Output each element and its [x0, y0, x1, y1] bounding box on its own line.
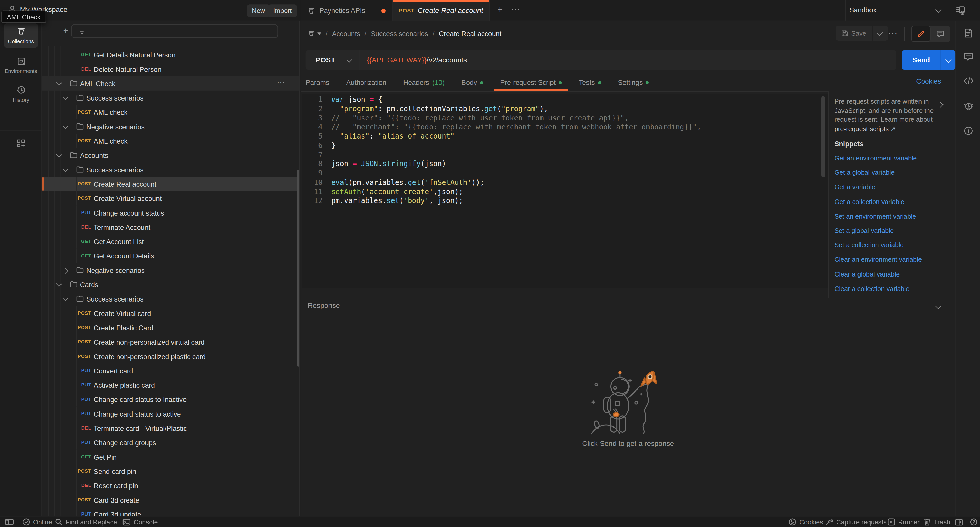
tree-request[interactable]: PUTChange card status to active — [42, 406, 300, 421]
import-button[interactable]: Import — [268, 4, 297, 17]
search-input[interactable] — [71, 24, 278, 38]
tree-request[interactable]: PUTCard 3d update — [42, 507, 300, 516]
chevron-down-icon[interactable] — [55, 281, 70, 287]
request-tab-headers[interactable]: Headers(10) — [403, 79, 445, 86]
snippet-link[interactable]: Set a global variable — [834, 224, 947, 238]
tree-folder[interactable]: Success scenarios — [42, 292, 300, 306]
chevron-down-icon[interactable] — [61, 123, 76, 129]
method-selector[interactable]: POST — [306, 50, 360, 70]
editor-scrollbar[interactable] — [821, 96, 825, 177]
toggle-sidebar-button[interactable] — [5, 516, 14, 527]
snippet-link[interactable]: Get a collection variable — [834, 195, 947, 209]
chevron-down-icon[interactable] — [61, 95, 76, 101]
code-icon[interactable] — [964, 77, 974, 85]
tab-options-button[interactable] — [511, 6, 520, 15]
prerequest-scripts-link[interactable]: pre-request scripts — [834, 125, 896, 132]
tree-request[interactable]: POSTAML check — [42, 134, 300, 148]
console-button[interactable]: Console — [123, 516, 158, 527]
breadcrumb-item[interactable]: Accounts — [326, 30, 360, 37]
find-and-replace-button[interactable]: Find and Replace — [55, 516, 117, 527]
snippet-link[interactable]: Set an environment variable — [834, 209, 947, 224]
tree-folder[interactable]: Negative scenarios — [42, 263, 300, 277]
tree-request[interactable]: PUTConvert card — [42, 364, 300, 378]
chevron-down-icon[interactable] — [55, 80, 70, 86]
cookies-button[interactable]: Cookies — [789, 516, 823, 527]
tree-request[interactable]: PUTChange card status to Inactive — [42, 392, 300, 406]
request-tab-body[interactable]: Body — [461, 79, 484, 86]
snippet-link[interactable]: Clear a collection variable — [834, 281, 947, 296]
cookies-link[interactable]: Cookies — [916, 78, 941, 85]
tree-request[interactable]: POSTCreate Real account — [42, 177, 300, 191]
chevron-down-icon[interactable] — [55, 152, 70, 158]
tree-request[interactable]: PUTChange card groups — [42, 435, 300, 449]
tree-request[interactable]: DELTerminate Account — [42, 220, 300, 234]
request-tab-tests[interactable]: Tests — [579, 79, 601, 86]
documentation-icon[interactable] — [964, 28, 973, 38]
edit-mode-button[interactable] — [912, 25, 931, 42]
tree-request[interactable]: GETGet Pin — [42, 449, 300, 464]
info-icon[interactable] — [964, 126, 973, 135]
snippet-link[interactable]: Clear an environment variable — [834, 252, 947, 267]
tree-request[interactable]: DELDelete Natural Person — [42, 62, 300, 76]
tab-create-real-account[interactable]: POST Create Real account — [393, 0, 490, 21]
chevron-right-icon[interactable] — [61, 267, 76, 273]
runner-button[interactable]: Runner — [888, 516, 920, 527]
request-tab-params[interactable]: Params — [306, 79, 329, 86]
chevron-down-icon[interactable] — [61, 166, 76, 173]
new-button[interactable]: New — [247, 4, 270, 17]
tree-request[interactable]: GETGet Account List — [42, 234, 300, 248]
tree-request[interactable]: PUTActivate plastic card — [42, 378, 300, 392]
snippet-link[interactable]: Get a global variable — [834, 165, 947, 180]
send-button[interactable]: Send — [902, 50, 941, 70]
request-tab-pre-request-script[interactable]: Pre-request Script — [500, 79, 562, 86]
sidebar-item-history[interactable]: History — [4, 86, 38, 103]
capture-requests-button[interactable]: Capture requests — [825, 516, 886, 527]
tree-request[interactable]: POSTCreate non-personalized virtual card — [42, 335, 300, 349]
configure-workbench-icon[interactable] — [16, 138, 26, 148]
send-options-button[interactable] — [941, 50, 956, 70]
tree-request[interactable]: POSTCreate Virtual account — [42, 191, 300, 205]
chevron-down-icon[interactable] — [935, 303, 942, 310]
snippet-link[interactable]: Clear a global variable — [834, 267, 947, 281]
tree-request[interactable]: DELReset card pin — [42, 478, 300, 492]
sidebar-item-environments[interactable]: Environments — [4, 57, 38, 75]
environment-quick-look-icon[interactable] — [956, 6, 966, 15]
tree-request[interactable]: GETGet Account Details — [42, 248, 300, 263]
trash-button[interactable]: Trash — [924, 516, 950, 527]
sidebar-item-collections[interactable]: Collections — [4, 23, 38, 48]
two-pane-view-button[interactable] — [955, 516, 963, 527]
tree-request[interactable]: POSTSend card pin — [42, 464, 300, 478]
snippet-link[interactable]: Get a variable — [834, 180, 947, 195]
url-input[interactable]: {{API_GATEWAY}}/v2/accounts — [367, 56, 467, 63]
chevron-down-icon[interactable] — [935, 6, 942, 13]
tree-folder[interactable]: Negative scenarios — [42, 119, 300, 134]
chevron-down-icon[interactable] — [61, 296, 76, 302]
tree-request[interactable]: DELTerminate card - Virtual/Plastic — [42, 421, 300, 435]
request-more-actions-icon[interactable] — [888, 27, 898, 38]
request-tab-settings[interactable]: Settings — [618, 79, 649, 86]
tree-folder[interactable]: Cards — [42, 277, 300, 292]
help-button[interactable] — [970, 516, 977, 527]
tree-request[interactable]: POSTCreate non-personalized plastic card — [42, 349, 300, 363]
tree-folder[interactable]: Success scenarios — [42, 162, 300, 176]
add-collection-button[interactable] — [62, 27, 70, 36]
snippet-link[interactable]: Set a collection variable — [834, 238, 947, 252]
tree-request[interactable]: PUTChange account status — [42, 205, 300, 220]
tree-folder[interactable]: Accounts — [42, 148, 300, 162]
save-button[interactable]: Save — [835, 25, 872, 41]
connection-status[interactable]: Online — [22, 516, 52, 527]
tree-request[interactable]: POSTCreate Virtual card — [42, 306, 300, 320]
tree-request[interactable]: POSTCreate Plastic Card — [42, 321, 300, 335]
new-tab-button[interactable] — [496, 6, 505, 15]
more-actions-icon[interactable] — [277, 78, 287, 88]
sidebar-scrollbar[interactable] — [297, 170, 299, 367]
environment-selector[interactable]: Sandbox — [850, 6, 877, 14]
chevron-down-icon[interactable] — [318, 32, 321, 35]
tree-request[interactable]: GETGet Details Natural Person — [42, 48, 300, 62]
comments-button[interactable] — [931, 25, 950, 42]
comment-icon[interactable] — [964, 52, 973, 61]
tree-folder[interactable]: AML Check — [42, 76, 300, 90]
tree-request[interactable]: POSTAML check — [42, 105, 300, 119]
snippet-link[interactable]: Get an environment variable — [834, 151, 947, 165]
breadcrumb-item[interactable]: Success scenarios — [365, 30, 428, 37]
